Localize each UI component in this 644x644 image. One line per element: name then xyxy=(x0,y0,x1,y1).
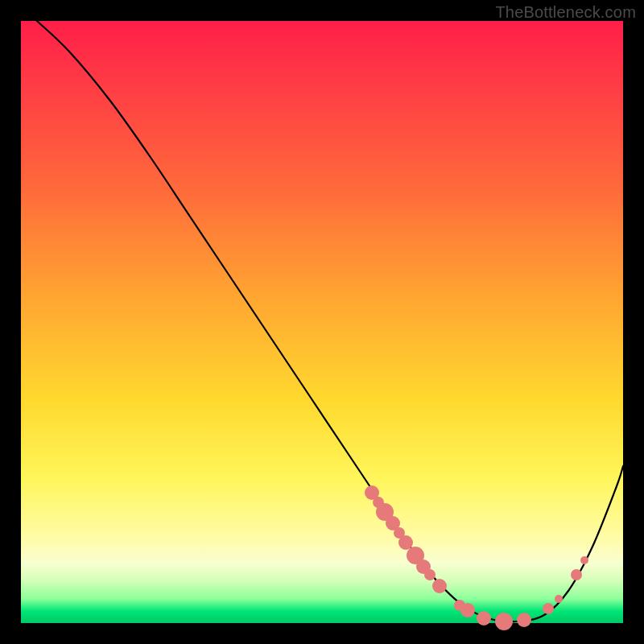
chart-stage: TheBottleneck.com xyxy=(0,0,644,644)
curve-marker xyxy=(424,569,436,580)
curve-markers xyxy=(365,485,588,630)
curve-marker xyxy=(580,556,588,564)
curve-marker xyxy=(555,595,563,603)
watermark-label: TheBottleneck.com xyxy=(495,3,636,22)
curve-marker xyxy=(477,611,491,625)
curve-marker xyxy=(517,613,531,627)
curve-marker xyxy=(432,579,447,593)
bottleneck-curve xyxy=(37,21,623,621)
curve-marker xyxy=(460,603,475,617)
curve-marker xyxy=(398,535,413,550)
bottleneck-curve-svg xyxy=(21,21,623,623)
plot-area xyxy=(21,21,623,623)
curve-marker xyxy=(571,569,582,580)
curve-marker xyxy=(495,613,513,630)
curve-marker xyxy=(543,603,554,614)
